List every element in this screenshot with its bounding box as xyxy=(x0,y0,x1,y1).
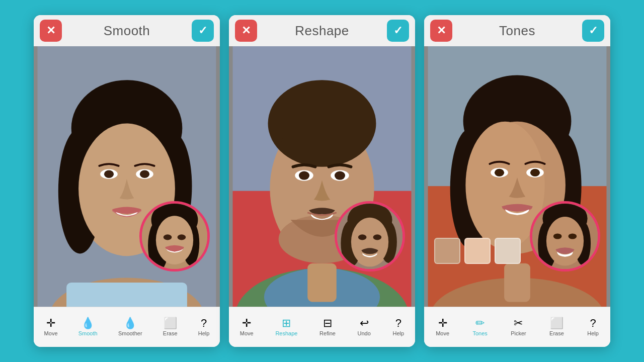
reshape-tool-move[interactable]: ✛ Move xyxy=(236,316,258,338)
tones-header: ✕ Tones ✓ xyxy=(424,15,610,46)
picker-label: Picker xyxy=(511,330,526,336)
tones-tool-help[interactable]: ? Help xyxy=(583,316,603,338)
tones-erase-label: Erase xyxy=(549,330,564,336)
smoother-icon: 💧 xyxy=(123,318,137,329)
picker-icon: ✂ xyxy=(514,318,523,329)
svg-point-52 xyxy=(495,169,504,176)
svg-point-59 xyxy=(546,217,584,265)
smoother-label: Smoother xyxy=(118,330,142,336)
svg-point-60 xyxy=(553,233,562,239)
refine-label: Refine xyxy=(319,330,336,336)
smooth-icon: 💧 xyxy=(81,318,95,329)
smooth-tool-smoother[interactable]: 💧 Smoother xyxy=(114,316,146,338)
svg-point-38 xyxy=(358,234,367,240)
svg-point-39 xyxy=(373,234,382,240)
svg-point-10 xyxy=(140,170,149,178)
reshape-help-label: Help xyxy=(393,330,405,336)
reshape-icon: ⊞ xyxy=(282,318,291,329)
tones-thumbnail xyxy=(530,201,600,272)
reshape-header: ✕ Reshape ✓ xyxy=(229,15,415,46)
smooth-tool-help[interactable]: ? Help xyxy=(194,316,214,338)
svg-point-19 xyxy=(178,234,186,240)
reshape-move-icon: ✛ xyxy=(242,318,251,329)
reshape-title: Reshape xyxy=(295,23,349,39)
smooth-panel: ✕ Smooth ✓ xyxy=(34,15,220,347)
erase-label: Erase xyxy=(163,330,178,336)
svg-rect-43 xyxy=(504,263,530,302)
svg-point-37 xyxy=(351,218,388,266)
reshape-tool-refine[interactable]: ⊟ Refine xyxy=(315,316,340,338)
tones-icon: ✏ xyxy=(475,318,485,329)
smooth-tool-smooth[interactable]: 💧 Smooth xyxy=(74,316,102,338)
reshape-panel: ✕ Reshape ✓ xyxy=(229,15,415,347)
tones-tool-move[interactable]: ✛ Move xyxy=(432,316,453,338)
move-icon: ✛ xyxy=(46,318,55,329)
swatch-3[interactable] xyxy=(495,238,521,264)
tones-erase-icon: ⬜ xyxy=(550,318,564,329)
undo-icon: ↩ xyxy=(360,318,369,329)
smooth-title: Smooth xyxy=(104,23,150,39)
svg-point-9 xyxy=(104,170,114,178)
reshape-tool-help[interactable]: ? Help xyxy=(389,316,409,338)
reshape-toolbar: ✛ Move ⊞ Reshape ⊟ Refine ↩ Undo ? Help xyxy=(229,307,415,347)
smooth-label: Smooth xyxy=(78,330,98,336)
smooth-confirm-button[interactable]: ✓ xyxy=(192,20,214,42)
tones-help-icon: ? xyxy=(590,318,596,329)
reshape-photo-area xyxy=(229,46,415,307)
help-label: Help xyxy=(198,330,210,336)
swatch-1[interactable] xyxy=(434,238,460,264)
reshape-cancel-button[interactable]: ✕ xyxy=(235,20,257,42)
smooth-cancel-button[interactable]: ✕ xyxy=(40,20,62,42)
tones-label: Tones xyxy=(472,330,487,336)
erase-icon: ⬜ xyxy=(164,318,177,329)
reshape-confirm-button[interactable]: ✓ xyxy=(387,20,409,42)
tones-help-label: Help xyxy=(587,330,599,336)
svg-rect-11 xyxy=(66,283,187,307)
reshape-label: Reshape xyxy=(275,330,297,336)
svg-point-30 xyxy=(299,171,309,179)
reshape-help-icon: ? xyxy=(395,318,401,329)
svg-point-18 xyxy=(164,234,172,240)
tones-swatches-container xyxy=(434,238,521,264)
tones-confirm-button[interactable]: ✓ xyxy=(582,20,604,42)
move-label: Move xyxy=(44,330,58,336)
swatch-2[interactable] xyxy=(464,238,491,264)
reshape-thumbnail xyxy=(335,201,405,272)
reshape-tool-undo[interactable]: ↩ Undo xyxy=(354,316,375,338)
tones-move-label: Move xyxy=(436,330,449,336)
svg-point-17 xyxy=(156,216,193,264)
smooth-header: ✕ Smooth ✓ xyxy=(34,15,220,46)
svg-point-53 xyxy=(530,169,540,176)
svg-rect-24 xyxy=(307,263,337,302)
tones-face-image xyxy=(424,46,610,307)
tones-move-icon: ✛ xyxy=(438,318,447,329)
tones-panel: ✕ Tones ✓ xyxy=(424,15,610,347)
tones-tool-erase[interactable]: ⬜ Erase xyxy=(545,316,568,338)
smooth-face-image xyxy=(34,46,220,307)
help-icon: ? xyxy=(201,318,207,329)
refine-icon: ⊟ xyxy=(323,318,332,329)
undo-label: Undo xyxy=(358,330,371,336)
reshape-face-image xyxy=(229,46,415,307)
tones-title: Tones xyxy=(499,23,535,39)
smooth-tool-move[interactable]: ✛ Move xyxy=(40,316,62,338)
svg-point-31 xyxy=(335,171,345,179)
reshape-tool-reshape[interactable]: ⊞ Reshape xyxy=(271,316,301,338)
smooth-thumbnail xyxy=(139,201,210,272)
smooth-toolbar: ✛ Move 💧 Smooth 💧 Smoother ⬜ Erase ? Hel… xyxy=(34,307,220,347)
tones-photo-area xyxy=(424,46,610,307)
smooth-photo-area xyxy=(34,46,220,307)
smooth-tool-erase[interactable]: ⬜ Erase xyxy=(159,316,182,338)
reshape-move-label: Move xyxy=(240,330,254,336)
tones-cancel-button[interactable]: ✕ xyxy=(430,20,452,42)
tones-tool-tones[interactable]: ✏ Tones xyxy=(468,316,491,338)
tones-tool-picker[interactable]: ✂ Picker xyxy=(507,316,530,338)
svg-point-61 xyxy=(569,233,577,239)
tones-toolbar: ✛ Move ✏ Tones ✂ Picker ⬜ Erase ? Help xyxy=(424,307,610,347)
